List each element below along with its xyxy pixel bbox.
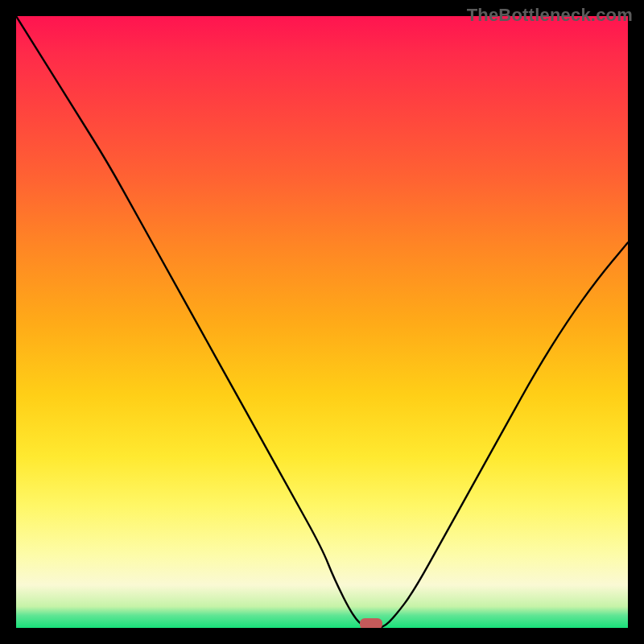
chart-plot-area	[16, 16, 628, 628]
optimal-point-marker	[360, 618, 382, 628]
bottleneck-curve-svg	[16, 16, 628, 628]
bottleneck-curve-line	[16, 16, 628, 628]
chart-frame: TheBottleneck.com	[0, 0, 644, 644]
